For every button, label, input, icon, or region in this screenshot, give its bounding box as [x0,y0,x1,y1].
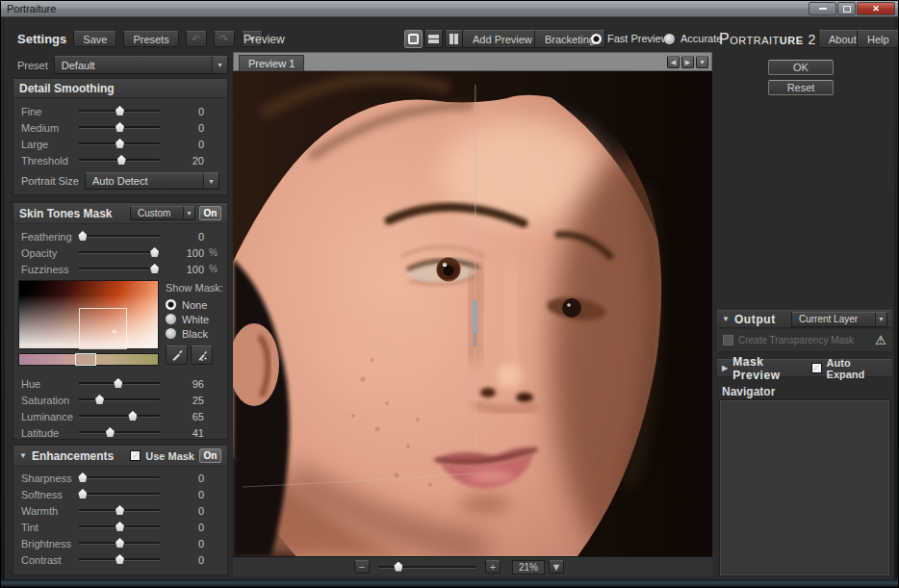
softness-slider[interactable] [79,493,160,496]
luminance-slider[interactable] [79,415,160,418]
collapse-triangle-icon[interactable]: ▼ [722,315,730,323]
zoom-out-button[interactable]: − [354,560,370,574]
hue-slider[interactable] [79,382,160,385]
slider-thumb[interactable] [78,489,87,499]
tint-slider[interactable] [79,525,160,528]
slider-thumb[interactable] [116,122,124,132]
mask-mode-dropdown[interactable]: Custom ▼ [130,206,195,220]
zoom-level-value[interactable]: 21% [512,560,545,575]
show-mask-white-option[interactable]: White [166,312,225,326]
chevron-down-icon[interactable]: ▼ [212,57,227,73]
close-button[interactable]: ✕ [857,2,895,15]
slider-thumb[interactable] [116,139,124,148]
radio-label[interactable]: Black [182,328,208,340]
checkbox-checked-icon[interactable]: ✓ [811,363,822,373]
preview-image[interactable] [233,71,712,556]
tab-list-icon[interactable]: ▼ [696,56,708,68]
minimize-button[interactable] [809,2,836,15]
reset-button[interactable]: Reset [768,80,834,95]
contrast-slider[interactable] [79,558,160,561]
slider-thumb[interactable] [150,247,159,257]
collapse-triangle-icon[interactable]: ▼ [19,451,27,460]
zoom-in-button[interactable]: + [485,560,501,574]
radio-label[interactable]: White [182,314,209,325]
show-mask-none-option[interactable]: None [166,297,225,312]
radio-selected-icon[interactable] [591,34,602,44]
skin-tone-color-picker[interactable]: ✛ [18,280,159,349]
navigator-viewport[interactable] [720,400,889,575]
zoom-slider[interactable] [378,566,476,569]
slider-thumb[interactable] [117,155,126,165]
slider-thumb[interactable] [128,411,137,421]
titlebar[interactable]: Portraiture ✕ [1,1,898,17]
save-button[interactable]: Save [73,31,116,47]
fuzziness-slider[interactable] [79,268,160,270]
large-slider[interactable] [79,142,160,145]
use-mask-checkbox-row[interactable]: ✓ Use Mask [130,450,194,462]
opacity-slider[interactable] [79,251,160,254]
feathering-slider[interactable] [79,235,160,238]
slider-thumb[interactable] [116,522,124,531]
radio-icon[interactable] [664,34,675,44]
radio-label[interactable]: None [182,299,207,311]
chevron-down-icon[interactable]: ▼ [203,173,218,189]
medium-slider[interactable] [79,126,160,129]
eyedropper-plus-button[interactable] [191,345,213,365]
slider-thumb[interactable] [78,231,87,241]
slider-thumb[interactable] [78,473,87,482]
maximize-button[interactable] [837,2,856,15]
radio-label[interactable]: Fast Preview [607,33,669,44]
slider-thumb[interactable] [150,264,159,273]
eyedropper-button[interactable] [166,345,188,365]
view-split-vertical-button[interactable] [445,30,463,48]
slider-thumb[interactable] [106,427,115,437]
tab-preview-1[interactable]: Preview 1 [239,55,304,71]
undo-icon[interactable]: ↶ [186,31,207,47]
enhancements-on-button[interactable]: On [199,448,221,463]
threshold-slider[interactable] [79,159,160,162]
use-mask-label[interactable]: Use Mask [145,450,194,462]
chevron-down-icon[interactable]: ▼ [875,313,886,326]
output-target-dropdown[interactable]: Current Layer ▼ [791,312,887,327]
saturation-slider[interactable] [79,398,160,401]
slider-thumb[interactable] [95,395,104,404]
hue-strip[interactable] [18,353,159,366]
tab-prev-icon[interactable]: ◀ [667,56,680,68]
zoom-preset-dropdown-icon[interactable]: ▼ [549,560,564,574]
fast-preview-option[interactable]: Fast Preview [591,33,669,44]
add-preview-button[interactable]: Add Preview [462,30,543,48]
slider-thumb[interactable] [114,378,122,388]
radio-label[interactable]: Accurate [681,33,722,44]
portrait-size-dropdown[interactable]: Auto Detect ▼ [85,172,219,190]
auto-expand-label[interactable]: Auto Expand [827,357,887,380]
sharpness-slider[interactable] [79,476,160,479]
slider-thumb[interactable] [116,106,124,115]
color-selection-rect[interactable] [79,308,127,349]
latitude-slider[interactable] [79,431,160,434]
redo-icon[interactable]: ↷ [214,31,235,47]
fine-slider[interactable] [79,110,160,113]
chevron-down-icon[interactable]: ▼ [183,207,194,219]
radio-selected-icon[interactable] [166,299,176,310]
checkbox-checked-icon[interactable]: ✓ [130,450,141,461]
checkbox-disabled-icon[interactable] [723,335,733,345]
view-single-button[interactable] [404,30,423,48]
slider-thumb[interactable] [116,538,124,548]
radio-icon[interactable] [166,328,176,339]
zoom-slider-thumb[interactable] [394,562,402,572]
auto-expand-checkbox-row[interactable]: ✓ Auto Expand [811,357,887,380]
radio-icon[interactable] [166,314,176,324]
preset-dropdown[interactable]: Default ▼ [54,56,228,74]
brightness-slider[interactable] [79,542,160,545]
skin-mask-on-button[interactable]: On [199,206,221,220]
presets-button[interactable]: Presets [123,31,178,47]
slider-thumb[interactable] [116,505,124,515]
slider-thumb[interactable] [116,554,124,564]
view-split-horizontal-button[interactable] [424,30,443,48]
tab-next-icon[interactable]: ▶ [681,56,694,68]
hue-selection-rect[interactable] [75,353,96,366]
show-mask-black-option[interactable]: Black [166,326,225,341]
ok-button[interactable]: OK [768,60,834,75]
accurate-option[interactable]: Accurate [664,33,722,44]
collapse-triangle-right-icon[interactable]: ▶ [722,364,728,372]
